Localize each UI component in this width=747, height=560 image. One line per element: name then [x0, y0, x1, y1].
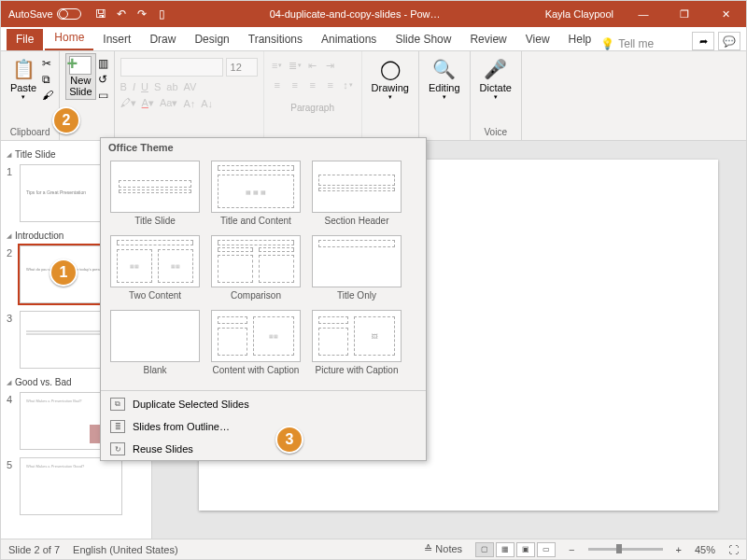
chevron-down-icon: ▾: [21, 93, 25, 101]
minimize-button[interactable]: —: [623, 1, 664, 27]
format-painter-icon[interactable]: 🖌: [42, 89, 53, 102]
zoom-level[interactable]: 45%: [695, 544, 715, 555]
slideshow-view-button[interactable]: ▭: [537, 542, 556, 557]
statusbar: Slide 2 of 7 English (United States) ≙ N…: [1, 539, 746, 559]
normal-view-button[interactable]: ▢: [475, 542, 494, 557]
reuse-slides[interactable]: ↻Reuse Slides: [101, 438, 426, 460]
decrease-indent-button[interactable]: ⇤: [305, 58, 320, 73]
undo-icon[interactable]: ↶: [115, 7, 128, 21]
copy-icon[interactable]: ⧉: [42, 73, 53, 86]
shadow-button[interactable]: ab: [166, 81, 177, 92]
duplicate-selected-slides[interactable]: ⧉Duplicate Selected Slides: [101, 393, 426, 415]
slide-sorter-button[interactable]: ▦: [496, 542, 514, 557]
layout-section-header[interactable]: Section Header: [306, 159, 407, 233]
drawing-label: Drawing: [372, 82, 409, 93]
drawing-button[interactable]: ◯ Drawing ▾: [368, 53, 413, 104]
layout-content-with-caption[interactable]: ▦▦Content with Caption: [205, 308, 306, 383]
close-button[interactable]: ✕: [705, 1, 746, 27]
tab-animations[interactable]: Animations: [312, 29, 386, 50]
new-slide-button[interactable]: + New Slide: [65, 53, 95, 100]
language-indicator[interactable]: English (United States): [73, 544, 178, 555]
fit-to-window-button[interactable]: ⛶: [728, 544, 739, 555]
slide-counter[interactable]: Slide 2 of 7: [8, 544, 60, 555]
char-spacing-button[interactable]: AV: [184, 81, 197, 92]
tab-transitions[interactable]: Transitions: [239, 29, 312, 50]
align-left-button[interactable]: ≡: [270, 77, 285, 92]
redo-icon[interactable]: ↷: [135, 7, 148, 21]
change-case-button[interactable]: Aa▾: [160, 97, 177, 109]
zoom-slider[interactable]: [588, 548, 663, 551]
bold-button[interactable]: B: [120, 81, 127, 92]
slide-thumbnail-5[interactable]: 5 What Makes a Presentation Good?: [1, 455, 151, 521]
editing-button[interactable]: 🔍 Editing ▾: [425, 53, 464, 104]
layout-title-and-content[interactable]: ▦ ▦ ▦Title and Content: [205, 159, 306, 233]
start-from-beginning-icon[interactable]: ▯: [156, 7, 169, 21]
font-size-dropdown[interactable]: 12: [226, 58, 258, 77]
reuse-label: Reuse Slides: [133, 443, 193, 455]
tab-file[interactable]: File: [7, 29, 43, 50]
highlight-button[interactable]: 🖍▾: [120, 97, 136, 109]
chevron-down-icon: ▾: [494, 93, 498, 101]
layout-title-only[interactable]: Title Only: [306, 233, 407, 308]
autosave-toggle[interactable]: AutoSave: [1, 8, 89, 20]
notes-button[interactable]: ≙ Notes: [424, 543, 462, 555]
outline-label: Slides from Outline…: [133, 421, 230, 432]
outline-icon: ≣: [110, 420, 125, 433]
strikethrough-button[interactable]: S: [154, 81, 161, 92]
paste-button[interactable]: 📋 Paste ▾: [7, 53, 40, 104]
comments-button[interactable]: 💬: [718, 32, 740, 50]
document-title: 04-duplicate-and-copy-slides - Pow…: [175, 8, 536, 20]
italic-button[interactable]: I: [133, 81, 135, 92]
underline-button[interactable]: U: [141, 81, 148, 92]
layout-comparison[interactable]: Comparison: [205, 233, 306, 308]
tell-me-label: Tell me: [618, 37, 654, 50]
tab-design[interactable]: Design: [185, 29, 238, 50]
layout-icon[interactable]: ▥: [98, 57, 108, 70]
layout-title-slide[interactable]: Title Slide: [105, 159, 205, 233]
tell-me-search[interactable]: 💡Tell me: [600, 37, 654, 50]
numbering-button[interactable]: ≣: [288, 58, 303, 73]
callout-1: 1: [49, 259, 78, 287]
tab-review[interactable]: Review: [460, 29, 515, 50]
group-clipboard: 📋 Paste ▾ ✂ ⧉ 🖌 Clipboard: [1, 51, 60, 140]
zoom-out-button[interactable]: −: [569, 544, 574, 555]
tab-slideshow[interactable]: Slide Show: [386, 29, 460, 50]
zoom-in-button[interactable]: +: [676, 544, 682, 555]
share-button[interactable]: ➦: [692, 32, 714, 50]
paste-label: Paste: [10, 82, 36, 93]
align-center-button[interactable]: ≡: [288, 77, 303, 92]
clipboard-group-label: Clipboard: [7, 125, 53, 140]
group-paragraph: ≡ ≣ ⇤ ⇥ ≡ ≡ ≡ ≡ ↕ Paragraph: [264, 51, 362, 140]
dictate-button[interactable]: 🎤 Dictate ▾: [476, 53, 515, 104]
layout-picture-with-caption[interactable]: 🖼Picture with Caption: [306, 308, 407, 383]
dictate-label: Dictate: [480, 82, 512, 93]
reading-view-button[interactable]: ▣: [516, 542, 535, 557]
bullets-button[interactable]: ≡: [270, 58, 285, 73]
new-slide-label: New Slide: [69, 75, 92, 97]
user-name[interactable]: Kayla Claypool: [536, 8, 623, 20]
align-right-button[interactable]: ≡: [305, 77, 320, 92]
save-icon[interactable]: 🖫: [94, 7, 107, 21]
reset-icon[interactable]: ↺: [98, 73, 108, 86]
layout-two-content[interactable]: ▦▦▦▦Two Content: [105, 233, 205, 308]
line-spacing-button[interactable]: ↕: [341, 77, 356, 92]
shrink-font-button[interactable]: A↓: [201, 98, 213, 109]
callout-3: 3: [275, 426, 303, 454]
duplicate-icon: ⧉: [110, 398, 125, 411]
tab-view[interactable]: View: [516, 29, 559, 50]
tab-draw[interactable]: Draw: [140, 29, 185, 50]
tab-insert[interactable]: Insert: [93, 29, 140, 50]
justify-button[interactable]: ≡: [323, 77, 338, 92]
tab-home[interactable]: Home: [45, 27, 93, 50]
font-family-dropdown[interactable]: [120, 58, 223, 77]
section-icon[interactable]: ▭: [98, 89, 108, 102]
increase-indent-button[interactable]: ⇥: [323, 58, 338, 73]
restore-button[interactable]: ❐: [664, 1, 705, 27]
slides-from-outline[interactable]: ≣Slides from Outline…: [101, 415, 426, 438]
grow-font-button[interactable]: A↑: [183, 98, 195, 109]
chevron-down-icon: ▾: [443, 93, 446, 101]
layout-blank[interactable]: Blank: [105, 308, 205, 383]
cut-icon[interactable]: ✂: [42, 57, 53, 70]
font-color-button[interactable]: A▾: [142, 97, 154, 109]
tab-help[interactable]: Help: [559, 29, 601, 50]
